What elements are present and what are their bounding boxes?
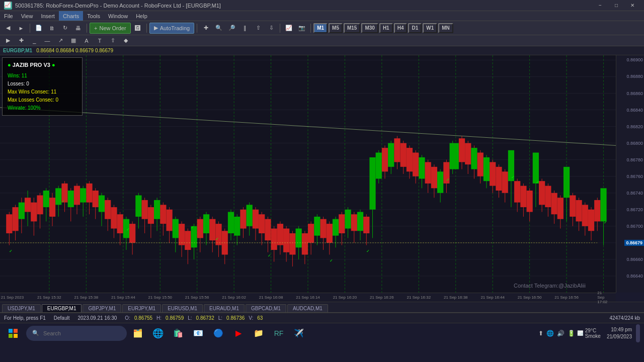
svg-rect-163 <box>357 212 363 231</box>
toolbar-screenshot[interactable]: 📷 <box>296 23 308 34</box>
tray-volume[interactable]: 🔊 <box>557 330 565 337</box>
svg-rect-45 <box>37 195 43 214</box>
toolbar-back[interactable]: ◀ <box>2 23 14 34</box>
weather-widget[interactable]: 🌫️ 29°C Smoke <box>577 328 601 339</box>
tf-m1[interactable]: M1 <box>313 23 328 33</box>
tab-usdjpy[interactable]: USDJPY,M1 <box>2 304 41 312</box>
draw-label[interactable]: T <box>94 35 106 46</box>
tray-battery[interactable]: 🔋 <box>568 330 575 337</box>
draw-channel[interactable]: ▦ <box>67 35 79 46</box>
tf-m15[interactable]: M15 <box>344 23 360 33</box>
taskbar-folder[interactable]: 📁 <box>250 324 268 342</box>
taskbar-edge[interactable]: 🌐 <box>149 324 167 342</box>
tf-h4[interactable]: H4 <box>394 23 408 33</box>
close-button[interactable]: ✕ <box>625 1 640 11</box>
tf-m5[interactable]: M5 <box>329 23 343 33</box>
profile: Default <box>54 315 70 321</box>
svg-rect-175 <box>388 143 394 167</box>
svg-text:✓: ✓ <box>366 249 370 253</box>
search-bar[interactable]: 🔍 <box>26 326 127 341</box>
taskbar-store[interactable]: 🛍️ <box>169 324 187 342</box>
toolbar-zoom-out[interactable]: 🔎 <box>226 23 238 34</box>
new-order-button[interactable]: + New Order <box>90 23 131 34</box>
toolbar-market[interactable]: 🅶 <box>132 23 144 34</box>
svg-rect-147 <box>314 217 320 236</box>
tab-gbpcad[interactable]: GBPCAD,M1 <box>246 304 286 312</box>
tab-euraud[interactable]: EURAUD,M1 <box>204 304 245 312</box>
ea-wins: Wins: 11 <box>8 72 77 80</box>
toolbar-print[interactable]: 🖶 <box>72 23 84 34</box>
svg-rect-241 <box>564 167 570 198</box>
tab-audcad[interactable]: AUDCAD,M1 <box>287 304 328 312</box>
svg-rect-115 <box>234 217 240 236</box>
menu-insert[interactable]: Insert <box>37 11 59 21</box>
tab-eurgbp[interactable]: EURGBP,M1 <box>42 304 82 312</box>
svg-rect-191 <box>431 167 437 188</box>
menu-help[interactable]: Help <box>132 11 151 21</box>
menu-view[interactable]: View <box>17 11 37 21</box>
tray-network[interactable]: 🌐 <box>546 330 554 337</box>
svg-rect-133 <box>277 224 283 245</box>
tab-eurjpy[interactable]: EURJPY,M1 <box>122 304 161 312</box>
tf-h1[interactable]: H1 <box>379 23 393 33</box>
toolbar-templates[interactable]: 🗎 <box>46 23 58 34</box>
svg-rect-57 <box>74 186 80 205</box>
svg-rect-177 <box>394 138 400 162</box>
menu-bar: File View Insert Charts Tools Window Hel… <box>0 11 644 21</box>
tf-m30[interactable]: M30 <box>361 23 378 33</box>
tf-mn[interactable]: MN <box>438 23 453 33</box>
time-label-7: 21 Sep 16:08 <box>259 295 283 300</box>
toolbar-chart-up[interactable]: ⇧ <box>252 23 264 34</box>
menu-charts[interactable]: Charts <box>59 11 83 21</box>
svg-rect-107 <box>209 219 215 240</box>
draw-line[interactable]: ⎯ <box>28 35 40 46</box>
menu-file[interactable]: File <box>0 11 17 21</box>
draw-objects[interactable]: ◆ <box>120 35 132 46</box>
taskbar-telegram[interactable]: ✈️ <box>290 324 308 342</box>
svg-text:✓: ✓ <box>126 227 130 232</box>
tab-eurusd[interactable]: EURUSD,M1 <box>162 304 203 312</box>
toolbar-crosshair[interactable]: ✚ <box>200 23 212 34</box>
draw-text[interactable]: A <box>80 35 93 46</box>
svg-rect-181 <box>407 148 413 171</box>
current-price-label: 0.86679 <box>624 240 644 246</box>
svg-rect-127 <box>265 219 271 240</box>
taskbar-explorer[interactable]: 🗂️ <box>129 324 147 342</box>
start-button[interactable] <box>4 324 22 342</box>
show-desktop-button[interactable] <box>636 324 640 342</box>
clock[interactable]: 10:49 pm 21/09/2023 <box>607 326 632 340</box>
toolbar-zoom-in[interactable]: 🔍 <box>213 23 225 34</box>
draw-arrow[interactable]: ⇧ <box>107 35 119 46</box>
tf-d1[interactable]: D1 <box>408 23 422 33</box>
draw-trend[interactable]: ↗ <box>54 35 66 46</box>
time-label-4: 21 Sep 15:50 <box>148 295 172 300</box>
toolbar-period-sep[interactable]: ‖ <box>239 23 251 34</box>
toolbar-chart-down[interactable]: ⇩ <box>265 23 277 34</box>
svg-text:✓: ✓ <box>9 249 13 253</box>
tf-w1[interactable]: W1 <box>423 23 437 33</box>
chart-area[interactable]: ✓ ✓ ✓ ✓ ✓ ✓ ✓ ✓ ✓ ✓ ✓ ✓ ● JAZIB PRO V3 ● <box>0 55 616 293</box>
toolbar-forward[interactable]: ► <box>15 23 27 34</box>
tray-arrow[interactable]: ⬆ <box>538 330 543 337</box>
toolbar-refresh[interactable]: ↻ <box>59 23 71 34</box>
time-axis: 21 Sep 2023 21 Sep 15:32 21 Sep 15:38 21… <box>0 293 616 302</box>
weather-details: 29°C Smoke <box>585 328 601 339</box>
autotrade-button[interactable]: ▶ AutoTrading <box>149 23 195 34</box>
minimize-button[interactable]: − <box>593 1 608 11</box>
draw-crosshair[interactable]: ✚ <box>15 35 27 46</box>
taskbar-youtube[interactable]: ▶ <box>229 324 248 342</box>
maximize-button[interactable]: □ <box>609 1 624 11</box>
draw-hline[interactable]: — <box>41 35 53 46</box>
svg-rect-121 <box>247 205 253 226</box>
menu-tools[interactable]: Tools <box>83 11 104 21</box>
toolbar-new-chart[interactable]: 📄 <box>33 23 45 34</box>
menu-window[interactable]: Window <box>104 11 132 21</box>
taskbar-roboforex[interactable]: RF <box>270 324 288 342</box>
toolbar-indicator[interactable]: 📈 <box>283 23 295 34</box>
draw-cursor[interactable]: ▶ <box>2 35 14 46</box>
taskbar-chrome[interactable]: 🔵 <box>209 324 227 342</box>
search-input[interactable] <box>43 330 121 336</box>
price-label-11: 0.86700 <box>626 224 643 229</box>
taskbar-mail[interactable]: 📧 <box>189 324 207 342</box>
tab-gbpjpy[interactable]: GBPJPY,M1 <box>83 304 121 312</box>
